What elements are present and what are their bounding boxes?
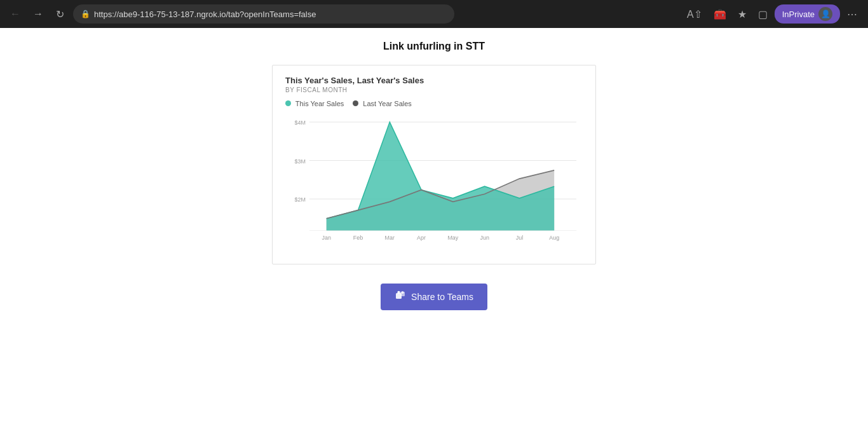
legend-this-year: This Year Sales (285, 100, 344, 107)
page-content: Link unfurling in STT This Year's Sales,… (0, 28, 868, 336)
share-to-teams-button[interactable]: Share to Teams (381, 284, 487, 310)
forward-button[interactable]: → (29, 6, 47, 22)
svg-point-18 (397, 291, 400, 294)
svg-text:May: May (447, 233, 458, 241)
svg-text:$3M: $3M (294, 157, 306, 165)
browser-actions: A⇧ 🧰 ★ ▢ InPrivate 👤 ⋯ (682, 4, 862, 24)
address-bar[interactable]: 🔒 https://abe9-116-75-13-187.ngrok.io/ta… (73, 4, 454, 24)
page-title: Link unfurling in STT (383, 41, 485, 52)
refresh-button[interactable]: ↻ (52, 6, 68, 23)
address-text: https://abe9-116-75-13-187.ngrok.io/tab?… (94, 10, 316, 19)
lock-icon: 🔒 (81, 10, 90, 18)
inprivate-button[interactable]: InPrivate 👤 (775, 4, 840, 24)
svg-text:Jun: Jun (480, 233, 489, 241)
collections-button[interactable]: ▢ (754, 5, 772, 24)
legend-this-year-label: This Year Sales (295, 100, 344, 107)
svg-text:Feb: Feb (353, 233, 363, 241)
this-year-area (327, 122, 554, 231)
svg-text:Apr: Apr (417, 233, 426, 241)
svg-text:Mar: Mar (385, 233, 395, 241)
browser-chrome: ← → ↻ 🔒 https://abe9-116-75-13-187.ngrok… (0, 0, 868, 28)
teams-svg-icon (395, 290, 406, 301)
favorites-button[interactable]: ★ (733, 5, 751, 24)
font-size-button[interactable]: A⇧ (682, 5, 707, 24)
inprivate-label: InPrivate (782, 10, 815, 19)
share-to-teams-label: Share to Teams (411, 292, 473, 302)
teams-icon (395, 290, 406, 304)
legend-dot-this-year (285, 100, 291, 106)
back-button[interactable]: ← (6, 6, 24, 22)
svg-text:$4M: $4M (294, 119, 306, 127)
svg-text:Jul: Jul (516, 233, 523, 241)
user-avatar: 👤 (818, 7, 832, 21)
more-button[interactable]: ⋯ (843, 5, 862, 24)
svg-point-17 (402, 291, 404, 294)
legend-last-year: Last Year Sales (353, 100, 412, 107)
chart-card: This Year's Sales, Last Year's Sales BY … (272, 65, 596, 264)
legend-dot-last-year (353, 100, 358, 106)
chart-subtitle: BY FISCAL MONTH (285, 86, 583, 93)
chart-area: $4M $3M $2M Jan Feb Mar Apr May Jun (285, 115, 583, 255)
svg-text:Aug: Aug (549, 233, 559, 241)
extensions-button[interactable]: 🧰 (709, 5, 731, 24)
chart-legend: This Year Sales Last Year Sales (285, 100, 583, 107)
svg-text:$2M: $2M (294, 196, 306, 203)
legend-last-year-label: Last Year Sales (363, 100, 411, 107)
svg-text:Jan: Jan (322, 233, 331, 241)
chart-svg: $4M $3M $2M Jan Feb Mar Apr May Jun (285, 115, 583, 255)
chart-title: This Year's Sales, Last Year's Sales (285, 76, 583, 85)
